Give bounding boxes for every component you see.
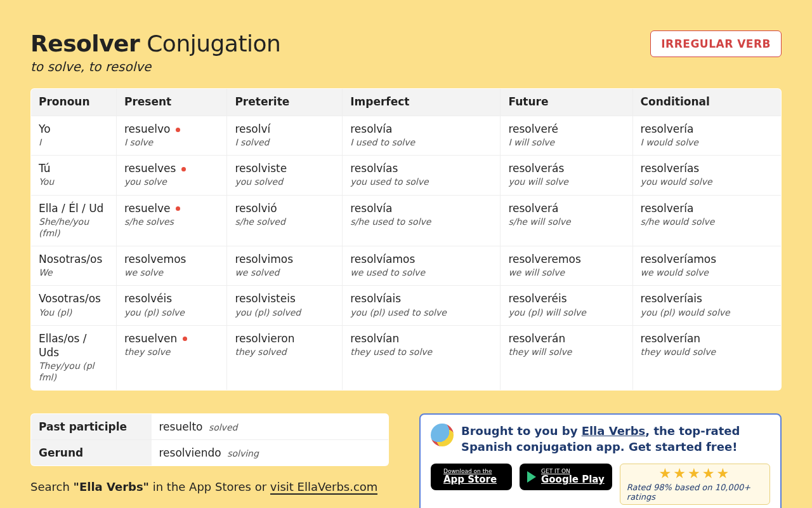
- column-header: Future: [501, 89, 632, 116]
- conjugation-table: PronounPresentPreteriteImperfectFutureCo…: [30, 88, 782, 391]
- pronoun-cell: Nosotras/osWe: [31, 246, 117, 286]
- table-row: YoIresuelvo I solveresolví I solvedresol…: [31, 116, 782, 156]
- irregular-marker-icon: [181, 167, 186, 171]
- preterite-cell: resolví I solved: [227, 116, 343, 156]
- imperfect-cell: resolvías you used to solve: [343, 156, 501, 195]
- app-icon: [431, 424, 454, 446]
- conditional-cell: resolvería s/he would solve: [632, 195, 781, 246]
- present-cell: resuelve s/he solves: [117, 195, 227, 246]
- column-header: Present: [117, 89, 227, 116]
- present-cell: resolvemos we solve: [117, 246, 227, 286]
- conditional-cell: resolveríais you (pl) would solve: [632, 286, 781, 325]
- conditional-cell: resolverías you would solve: [632, 156, 781, 195]
- irregular-marker-icon: [176, 128, 180, 132]
- preterite-cell: resolvieron they solved: [227, 325, 343, 391]
- present-cell: resuelves you solve: [117, 156, 227, 195]
- table-row: Nosotras/osWeresolvemos we solveresolvim…: [31, 246, 782, 286]
- preterite-cell: resolvisteis you (pl) solved: [227, 286, 343, 325]
- imperfect-cell: resolvía I used to solve: [343, 116, 501, 156]
- imperfect-cell: resolvían they used to solve: [343, 325, 501, 391]
- conditional-cell: resolveríamos we would solve: [632, 246, 781, 286]
- gerund-value: resolviendo solving: [152, 440, 389, 466]
- column-header: Pronoun: [31, 89, 117, 116]
- past-participle-value: resuelto solved: [152, 414, 389, 440]
- visit-site-link[interactable]: visit EllaVerbs.com: [270, 480, 378, 495]
- star-icons: ★★★★★: [659, 467, 731, 481]
- page-title: Resolver Conjugation: [30, 30, 280, 57]
- google-play-button[interactable]: GET IT ON Google Play: [520, 464, 612, 490]
- column-header: Preterite: [227, 89, 343, 116]
- irregular-badge: IRREGULAR VERB: [650, 30, 782, 57]
- future-cell: resolveréis you (pl) will solve: [501, 286, 632, 325]
- pronoun-cell: Ella / Él / UdShe/he/you (fml): [31, 195, 117, 246]
- irregular-marker-icon: [176, 206, 180, 211]
- future-cell: resolveremos we will solve: [501, 246, 632, 286]
- pronoun-cell: Vosotras/osYou (pl): [31, 286, 117, 325]
- future-cell: resolverá s/he will solve: [501, 195, 632, 246]
- table-row: Vosotras/osYou (pl)resolvéis you (pl) so…: [31, 286, 782, 325]
- future-cell: resolverán they will solve: [501, 325, 632, 391]
- pronoun-cell: TúYou: [31, 156, 117, 195]
- column-header: Imperfect: [343, 89, 501, 116]
- table-row: Ella / Él / UdShe/he/you (fml)resuelve s…: [31, 195, 782, 246]
- imperfect-cell: resolvíais you (pl) used to solve: [343, 286, 501, 325]
- preterite-cell: resolvió s/he solved: [227, 195, 343, 246]
- rating-box: ★★★★★ Rated 98% based on 10,000+ ratings: [620, 464, 770, 505]
- present-cell: resolvéis you (pl) solve: [117, 286, 227, 325]
- table-row: Ellas/os / UdsThey/you (pl fml)resuelven…: [31, 325, 782, 391]
- irregular-marker-icon: [183, 337, 187, 341]
- imperfect-cell: resolvía s/he used to solve: [343, 195, 501, 246]
- pronoun-cell: Ellas/os / UdsThey/you (pl fml): [31, 325, 117, 391]
- promo-card: Brought to you by Ella Verbs, the top-ra…: [419, 413, 782, 508]
- gerund-label: Gerund: [31, 440, 152, 466]
- title-verb: Resolver: [30, 30, 140, 57]
- forms-table: Past participle resuelto solved Gerund r…: [30, 413, 389, 466]
- imperfect-cell: resolvíamos we used to solve: [343, 246, 501, 286]
- preterite-cell: resolviste you solved: [227, 156, 343, 195]
- present-cell: resuelvo I solve: [117, 116, 227, 156]
- app-store-button[interactable]: Download on the App Store: [431, 464, 512, 490]
- promo-text: Brought to you by Ella Verbs, the top-ra…: [461, 424, 770, 455]
- conditional-cell: resolvería I would solve: [632, 116, 781, 156]
- google-play-icon: [527, 471, 536, 483]
- ella-verbs-link[interactable]: Ella Verbs: [582, 424, 646, 438]
- table-row: TúYouresuelves you solveresolviste you s…: [31, 156, 782, 195]
- column-header: Conditional: [632, 89, 781, 116]
- conditional-cell: resolverían they would solve: [632, 325, 781, 391]
- subtitle: to solve, to resolve: [30, 59, 280, 74]
- preterite-cell: resolvimos we solved: [227, 246, 343, 286]
- present-cell: resuelven they solve: [117, 325, 227, 391]
- pronoun-cell: YoI: [31, 116, 117, 156]
- future-cell: resolverás you will solve: [501, 156, 632, 195]
- search-instructions: Search "Ella Verbs" in the App Stores or…: [30, 480, 389, 493]
- future-cell: resolveré I will solve: [501, 116, 632, 156]
- past-participle-label: Past participle: [31, 414, 152, 440]
- title-rest: Conjugation: [140, 30, 280, 57]
